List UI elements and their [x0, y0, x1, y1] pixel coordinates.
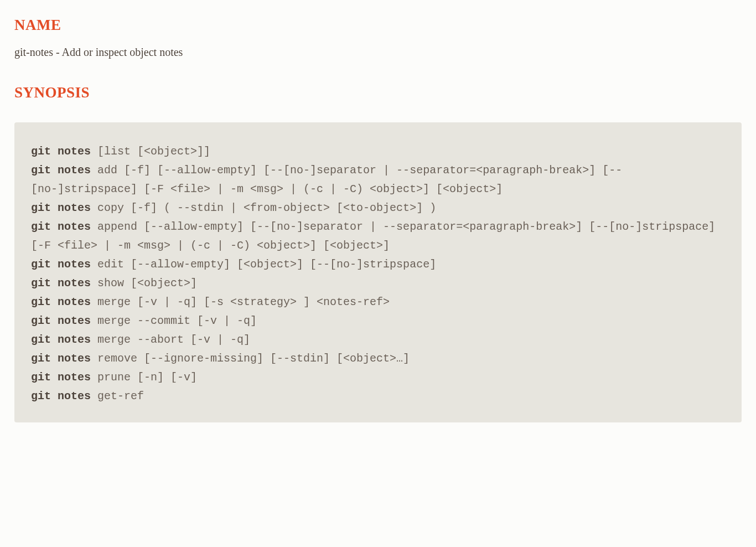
synopsis-command: git notes [31, 258, 91, 271]
synopsis-command: git notes [31, 277, 91, 290]
synopsis-code-block: git notes [list [<object>]] git notes ad… [14, 122, 742, 422]
synopsis-args: edit [--allow-empty] [<object>] [--[no-]… [91, 258, 436, 271]
synopsis-args: copy [-f] ( --stdin | <from-object> [<to… [91, 202, 436, 214]
synopsis-args: append [--allow-empty] [--[no-]separator… [31, 220, 722, 252]
name-description: git-notes - Add or inspect object notes [14, 46, 742, 59]
synopsis-command: git notes [31, 314, 91, 327]
synopsis-args: get-ref [91, 390, 144, 402]
synopsis-command: git notes [31, 202, 91, 214]
synopsis-command: git notes [31, 220, 91, 233]
synopsis-command: git notes [31, 371, 91, 384]
section-heading-name: NAME [14, 17, 742, 34]
synopsis-command: git notes [31, 390, 91, 402]
synopsis-args: merge --abort [-v | -q] [91, 333, 250, 346]
synopsis-command: git notes [31, 352, 91, 365]
synopsis-args: show [<object>] [91, 277, 197, 290]
synopsis-args: [list [<object>]] [91, 145, 210, 158]
synopsis-args: remove [--ignore-missing] [--stdin] [<ob… [91, 352, 410, 365]
synopsis-args: merge [-v | -q] [-s <strategy> ] <notes-… [91, 296, 390, 308]
synopsis-args: merge --commit [-v | -q] [91, 314, 257, 327]
synopsis-command: git notes [31, 164, 91, 177]
synopsis-command: git notes [31, 333, 91, 346]
synopsis-args: prune [-n] [-v] [91, 371, 197, 384]
section-heading-synopsis: SYNOPSIS [14, 84, 742, 101]
synopsis-command: git notes [31, 296, 91, 308]
synopsis-args: add [-f] [--allow-empty] [--[no-]separat… [31, 164, 622, 195]
synopsis-command: git notes [31, 145, 91, 158]
